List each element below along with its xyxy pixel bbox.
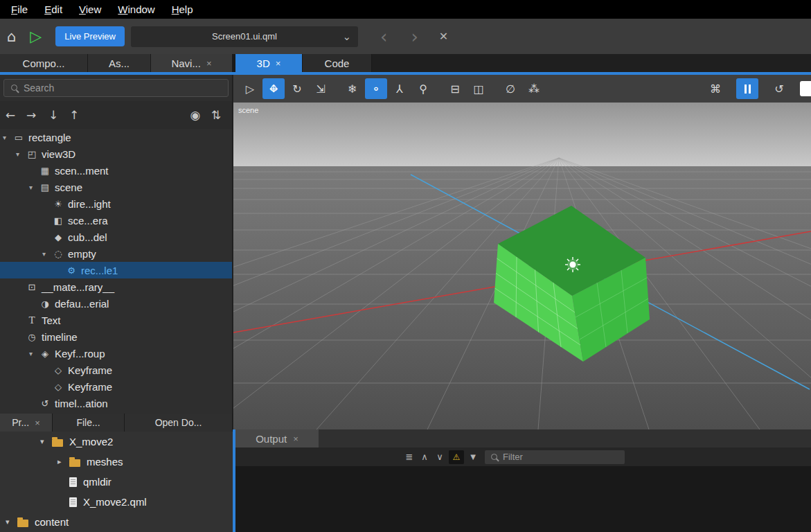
camera-sync-icon[interactable]: ↺ bbox=[768, 78, 790, 99]
command-icon[interactable]: ⌘ bbox=[704, 78, 727, 99]
search-input[interactable] bbox=[3, 79, 229, 97]
tree-item-keyframe-group[interactable]: ▾ ◈ Keyf...roup bbox=[0, 345, 232, 362]
camera-view-icon[interactable]: ◫ bbox=[467, 78, 490, 99]
arrow-right-icon[interactable]: → bbox=[21, 108, 42, 122]
tree-item-view3d[interactable]: ▾ ◰ view3D bbox=[0, 145, 232, 162]
tree-item-scene-environment[interactable]: ▦ scen...ment bbox=[0, 162, 232, 179]
tab-projects[interactable]: Pr... × bbox=[0, 414, 53, 432]
forward-icon[interactable]: › bbox=[411, 28, 418, 46]
snap-toggle-icon[interactable]: ❄ bbox=[341, 78, 364, 99]
tab-navigator[interactable]: Navi... × bbox=[151, 54, 233, 72]
camera-icon: ◧ bbox=[52, 215, 64, 226]
tab-components[interactable]: Compo... bbox=[0, 54, 88, 72]
menu-view[interactable]: View bbox=[71, 3, 109, 15]
chevron-down-icon[interactable]: ▾ bbox=[29, 350, 39, 357]
tree-item-rectangle1[interactable]: ⚙ rec...le1 bbox=[0, 262, 232, 278]
tab-open-documents[interactable]: Open Do... bbox=[125, 414, 233, 432]
close-icon[interactable]: × bbox=[35, 418, 40, 428]
align-tool-icon[interactable]: ⅄ bbox=[389, 78, 411, 99]
scene-label: scene bbox=[238, 106, 258, 114]
view3d-icon: ◰ bbox=[26, 149, 38, 159]
panel-toggle-icon[interactable]: ⊟ bbox=[444, 78, 466, 99]
output-filter-input[interactable] bbox=[485, 450, 625, 464]
file-item-content[interactable]: ▾ content bbox=[0, 512, 233, 532]
rotate-tool-icon[interactable]: ↻ bbox=[286, 78, 308, 99]
viewport-3d[interactable]: scene bbox=[233, 103, 811, 429]
chevron-down-icon[interactable]: ▾ bbox=[6, 517, 17, 526]
tree-item-empty[interactable]: ▾ ◌ empty bbox=[0, 245, 232, 262]
filter-funnel-icon[interactable]: ▼ bbox=[465, 453, 481, 461]
arrow-down-icon[interactable]: ↓ bbox=[43, 108, 64, 122]
tree-item-scene-camera[interactable]: ◧ sce...era bbox=[0, 212, 232, 229]
arrow-up-icon[interactable]: ↑ bbox=[64, 108, 84, 122]
tree-item-keyframe[interactable]: ◇ Keyframe bbox=[0, 362, 232, 378]
navigator-tree: ▾ ▭ rectangle ▾ ◰ view3D ▦ scen...ment ▾… bbox=[0, 129, 233, 414]
selection-marker-icon[interactable]: ⚬ bbox=[365, 78, 387, 99]
warnings-toggle-icon[interactable]: ⚠ bbox=[449, 450, 464, 464]
tree-item-timeline-animation[interactable]: ↺ timel...ation bbox=[0, 395, 232, 411]
file-item-x-move2-qml[interactable]: X_move2.qml bbox=[0, 492, 233, 512]
tree-item-timeline[interactable]: ◷ timeline bbox=[0, 328, 232, 345]
eye-icon[interactable]: ◉ bbox=[185, 108, 206, 122]
file-item-meshes[interactable]: ▸ meshes bbox=[0, 452, 233, 472]
move-tool-icon[interactable]: ↔ ↕ bbox=[262, 78, 285, 99]
close-icon[interactable]: × bbox=[276, 58, 281, 69]
chevron-down-icon[interactable]: ▾ bbox=[3, 134, 12, 141]
tab-file-system[interactable]: File... bbox=[53, 414, 125, 432]
document-dropdown[interactable]: Screen01.ui.qml ⌄ bbox=[131, 26, 358, 47]
tree-item-default-material[interactable]: ◑ defau...erial bbox=[0, 295, 232, 312]
live-preview-button[interactable]: Live Preview bbox=[55, 26, 125, 46]
background-color-swatch[interactable] bbox=[800, 81, 811, 96]
tree-item-keyframe-2[interactable]: ◇ Keyframe bbox=[0, 378, 232, 395]
back-icon[interactable]: ‹ bbox=[380, 28, 387, 46]
file-item-label: X_move2.qml bbox=[83, 496, 147, 508]
text-icon: T bbox=[26, 314, 38, 326]
menu-help[interactable]: Help bbox=[163, 3, 202, 15]
select-tool-icon[interactable]: ▷ bbox=[239, 78, 261, 99]
pause-button[interactable] bbox=[736, 78, 758, 99]
tab-assets[interactable]: As... bbox=[88, 54, 151, 72]
tab-code[interactable]: Code bbox=[303, 54, 372, 72]
menu-edit[interactable]: Edit bbox=[36, 3, 71, 15]
animation-icon: ↺ bbox=[39, 398, 51, 409]
chevron-up-icon[interactable]: ∧ bbox=[417, 452, 432, 462]
scale-tool-icon[interactable]: ⇲ bbox=[310, 78, 332, 99]
run-icon[interactable]: ▷ bbox=[30, 28, 42, 45]
sort-icon[interactable]: ⇅ bbox=[206, 108, 226, 122]
tab-3d[interactable]: 3D × bbox=[235, 54, 303, 72]
sort-lines-icon[interactable]: ≣ bbox=[402, 452, 417, 462]
menubar: File Edit View Window Help bbox=[0, 0, 811, 19]
visibility-toggle-icon[interactable]: ∅ bbox=[499, 78, 522, 99]
chevron-down-icon[interactable]: ▾ bbox=[16, 150, 26, 158]
file-item-qmldir[interactable]: qmldir bbox=[0, 472, 233, 492]
tree-item-rectangle[interactable]: ▾ ▭ rectangle bbox=[0, 129, 232, 145]
chevron-down-icon[interactable]: ∨ bbox=[432, 452, 447, 462]
top-toolbar: ⌂ ▷ Live Preview Screen01.ui.qml ⌄ ‹ › ✕ bbox=[0, 19, 811, 54]
arrow-left-icon[interactable]: ← bbox=[0, 108, 21, 122]
tab-output[interactable]: Output × bbox=[235, 429, 319, 447]
tree-item-cube-model[interactable]: ◆ cub...del bbox=[0, 229, 232, 245]
tree-item-label: Keyframe bbox=[68, 381, 112, 393]
tree-item-material-library[interactable]: ⊡ __mate...rary__ bbox=[0, 278, 232, 295]
menu-window[interactable]: Window bbox=[109, 3, 163, 15]
menu-file[interactable]: File bbox=[3, 3, 36, 15]
empty-node-icon: ◌ bbox=[52, 249, 64, 259]
chevron-down-icon[interactable]: ▾ bbox=[42, 250, 52, 258]
close-icon[interactable]: × bbox=[206, 58, 212, 69]
tree-item-scene[interactable]: ▾ ▤ scene bbox=[0, 179, 232, 195]
file-item-x-move2[interactable]: ▾ X_move2 bbox=[0, 432, 233, 452]
chevron-down-icon[interactable]: ▾ bbox=[29, 184, 39, 191]
close-document-icon[interactable]: ✕ bbox=[439, 30, 448, 43]
tree-item-text[interactable]: T Text bbox=[0, 312, 232, 328]
particles-toggle-icon[interactable]: ⁂ bbox=[523, 78, 545, 99]
chevron-right-icon[interactable]: ▸ bbox=[57, 457, 69, 466]
tree-item-directional-light[interactable]: ☀ dire...ight bbox=[0, 195, 232, 212]
file-icon bbox=[69, 477, 77, 487]
tab-label: Navi... bbox=[171, 57, 201, 69]
home-icon[interactable]: ⌂ bbox=[7, 28, 16, 45]
light-toggle-icon[interactable]: ⚲ bbox=[412, 78, 434, 99]
search-icon bbox=[11, 85, 17, 91]
close-icon[interactable]: × bbox=[293, 434, 298, 444]
chevron-down-icon[interactable]: ▾ bbox=[40, 437, 52, 446]
light-gizmo[interactable] bbox=[565, 257, 580, 272]
